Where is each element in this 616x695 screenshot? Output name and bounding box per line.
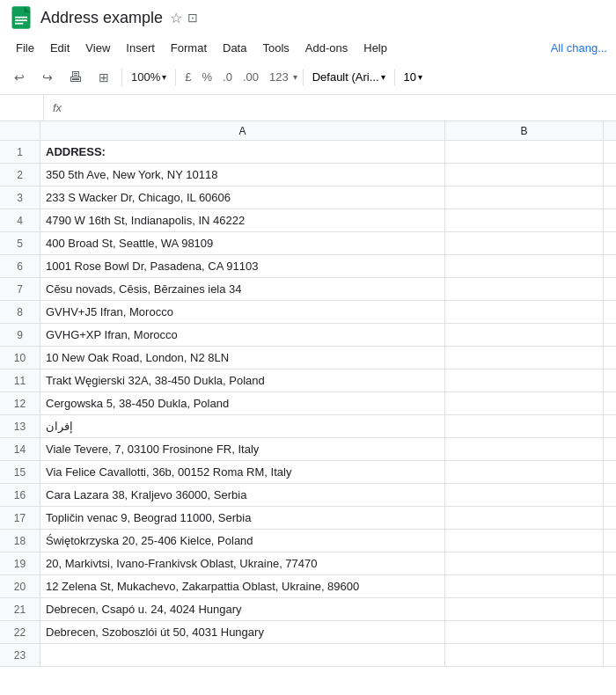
cell-a-8[interactable]: GVHV+J5 Ifran, Morocco bbox=[40, 301, 445, 323]
row-number: 7 bbox=[0, 278, 40, 300]
table-row: 2350 5th Ave, New York, NY 10118 bbox=[0, 164, 616, 187]
menu-data[interactable]: Data bbox=[216, 39, 253, 57]
redo-icon: ↪ bbox=[42, 70, 53, 84]
print-button[interactable]: 🖶 bbox=[63, 65, 88, 90]
more-formats-group[interactable]: 123 ▾ bbox=[266, 69, 297, 85]
cell-b-22[interactable] bbox=[445, 621, 604, 643]
row-number: 21 bbox=[0, 598, 40, 620]
cell-a-19[interactable]: 20, Markivtsi, Ivano-Frankivsk Oblast, U… bbox=[40, 552, 445, 574]
cell-a-11[interactable]: Trakt Węgierski 32A, 38-450 Dukla, Polan… bbox=[40, 369, 445, 391]
font-size-selector[interactable]: 10 ▾ bbox=[400, 69, 426, 85]
column-a-header[interactable]: A bbox=[40, 121, 445, 140]
cell-b-15[interactable] bbox=[445, 461, 604, 483]
cell-b-10[interactable] bbox=[445, 347, 604, 369]
cell-a-10[interactable]: 10 New Oak Road, London, N2 8LN bbox=[40, 347, 445, 369]
menu-format[interactable]: Format bbox=[164, 39, 214, 57]
cell-a-17[interactable]: Topličin venac 9, Beograd 11000, Serbia bbox=[40, 507, 445, 529]
cell-a-14[interactable]: Viale Tevere, 7, 03100 Frosinone FR, Ita… bbox=[40, 438, 445, 460]
pound-button[interactable]: £ bbox=[181, 69, 194, 85]
cell-a-2[interactable]: 350 5th Ave, New York, NY 10118 bbox=[40, 164, 445, 186]
row-number: 15 bbox=[0, 461, 40, 483]
menu-view[interactable]: View bbox=[78, 39, 117, 57]
cell-a-22[interactable]: Debrecen, Szoboszlói út 50, 4031 Hungary bbox=[40, 621, 445, 643]
cell-b-7[interactable] bbox=[445, 278, 604, 300]
cell-b-11[interactable] bbox=[445, 369, 604, 391]
cell-a-23[interactable] bbox=[40, 644, 445, 666]
cell-b-6[interactable] bbox=[445, 255, 604, 277]
undo-button[interactable]: ↩ bbox=[7, 65, 32, 90]
menu-addons[interactable]: Add-ons bbox=[298, 39, 355, 57]
menu-edit[interactable]: Edit bbox=[43, 39, 77, 57]
cell-a-21[interactable]: Debrecen, Csapó u. 24, 4024 Hungary bbox=[40, 598, 445, 620]
formula-icon: fx bbox=[44, 101, 70, 114]
cell-a-1[interactable]: ADDRESS: bbox=[40, 141, 445, 163]
redo-button[interactable]: ↪ bbox=[35, 65, 60, 90]
cell-b-20[interactable] bbox=[445, 575, 604, 597]
menu-bar: File Edit View Insert Format Data Tools … bbox=[0, 35, 616, 60]
title-action-icons: ☆ ⊡ bbox=[170, 10, 198, 26]
cell-b-18[interactable] bbox=[445, 530, 604, 552]
table-row: 12Cergowska 5, 38-450 Dukla, Poland bbox=[0, 392, 616, 415]
font-name: Default (Ari... bbox=[312, 70, 379, 84]
cell-a-4[interactable]: 4790 W 16th St, Indianapolis, IN 46222 bbox=[40, 209, 445, 231]
table-row: 22Debrecen, Szoboszlói út 50, 4031 Hunga… bbox=[0, 621, 616, 644]
cell-b-14[interactable] bbox=[445, 438, 604, 460]
cell-a-7[interactable]: Cēsu novads, Cēsis, Bērzaines iela 34 bbox=[40, 278, 445, 300]
cell-a-18[interactable]: Świętokrzyska 20, 25-406 Kielce, Poland bbox=[40, 530, 445, 552]
cell-b-8[interactable] bbox=[445, 301, 604, 323]
cell-b-3[interactable] bbox=[445, 187, 604, 208]
cell-b-5[interactable] bbox=[445, 232, 604, 254]
cell-a-16[interactable]: Cara Lazara 38, Kraljevo 36000, Serbia bbox=[40, 484, 445, 506]
all-changes-link[interactable]: All chang... bbox=[551, 41, 607, 55]
cell-a-12[interactable]: Cergowska 5, 38-450 Dukla, Poland bbox=[40, 392, 445, 414]
cell-a-5[interactable]: 400 Broad St, Seattle, WA 98109 bbox=[40, 232, 445, 254]
cell-b-12[interactable] bbox=[445, 392, 604, 414]
drive-icon[interactable]: ⊡ bbox=[187, 11, 198, 25]
cell-a-13[interactable]: إفران bbox=[40, 415, 445, 437]
cell-b-23[interactable] bbox=[445, 644, 604, 666]
formula-input[interactable] bbox=[70, 95, 616, 121]
star-icon[interactable]: ☆ bbox=[170, 10, 182, 26]
menu-file[interactable]: File bbox=[9, 39, 41, 57]
cell-a-20[interactable]: 12 Zelena St, Mukachevo, Zakarpattia Obl… bbox=[40, 575, 445, 597]
table-row: 17Topličin venac 9, Beograd 11000, Serbi… bbox=[0, 507, 616, 530]
cell-b-1[interactable] bbox=[445, 141, 604, 163]
spreadsheet-grid: A B 1ADDRESS:2350 5th Ave, New York, NY … bbox=[0, 121, 616, 695]
document-title: Address example bbox=[40, 9, 163, 27]
table-row: 44790 W 16th St, Indianapolis, IN 46222 bbox=[0, 209, 616, 232]
format-paint-button[interactable]: ⊞ bbox=[92, 65, 116, 90]
table-row: 8GVHV+J5 Ifran, Morocco bbox=[0, 301, 616, 324]
sheets-icon bbox=[9, 5, 33, 30]
cell-b-2[interactable] bbox=[445, 164, 604, 186]
column-b-header[interactable]: B bbox=[445, 121, 604, 140]
cell-b-4[interactable] bbox=[445, 209, 604, 231]
row-number: 16 bbox=[0, 484, 40, 506]
cell-a-9[interactable]: GVHG+XP Ifran, Morocco bbox=[40, 324, 445, 346]
menu-help[interactable]: Help bbox=[356, 39, 394, 57]
row-number: 23 bbox=[0, 644, 40, 666]
cell-b-9[interactable] bbox=[445, 324, 604, 346]
row-number: 8 bbox=[0, 301, 40, 323]
cell-b-17[interactable] bbox=[445, 507, 604, 529]
menu-tools[interactable]: Tools bbox=[255, 39, 296, 57]
format-paint-icon: ⊞ bbox=[99, 70, 109, 84]
cell-a-15[interactable]: Via Felice Cavallotti, 36b, 00152 Roma R… bbox=[40, 461, 445, 483]
cell-b-16[interactable] bbox=[445, 484, 604, 506]
svg-rect-2 bbox=[15, 19, 27, 21]
cell-b-19[interactable] bbox=[445, 552, 604, 574]
percent-button[interactable]: % bbox=[198, 69, 216, 85]
font-selector[interactable]: Default (Ari... ▾ bbox=[309, 69, 389, 85]
cell-b-21[interactable] bbox=[445, 598, 604, 620]
cell-reference[interactable] bbox=[0, 95, 44, 121]
zoom-selector[interactable]: 100% ▾ bbox=[128, 69, 170, 85]
decimal-up-button[interactable]: .00 bbox=[239, 69, 262, 85]
row-number: 5 bbox=[0, 232, 40, 254]
cell-a-6[interactable]: 1001 Rose Bowl Dr, Pasadena, CA 91103 bbox=[40, 255, 445, 277]
table-row: 7Cēsu novads, Cēsis, Bērzaines iela 34 bbox=[0, 278, 616, 301]
undo-icon: ↩ bbox=[14, 70, 25, 84]
cell-b-13[interactable] bbox=[445, 415, 604, 437]
cell-a-3[interactable]: 233 S Wacker Dr, Chicago, IL 60606 bbox=[40, 187, 445, 208]
decimal-down-button[interactable]: .0 bbox=[219, 69, 236, 85]
more-formats-button[interactable]: 123 bbox=[266, 69, 292, 85]
menu-insert[interactable]: Insert bbox=[119, 39, 162, 57]
